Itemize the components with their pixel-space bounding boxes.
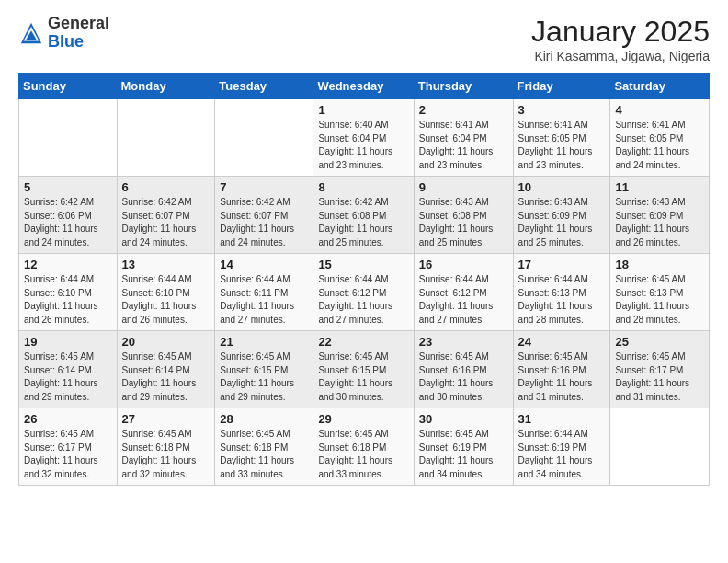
day-info: Sunrise: 6:40 AMSunset: 6:04 PMDaylight:… [318, 119, 408, 172]
day-number: 27 [122, 412, 210, 426]
day-info: Sunrise: 6:42 AMSunset: 6:08 PMDaylight:… [318, 196, 408, 249]
logo: General Blue [18, 15, 109, 52]
calendar-cell: 28Sunrise: 6:45 AMSunset: 6:18 PMDayligh… [215, 408, 313, 486]
day-info: Sunrise: 6:45 AMSunset: 6:19 PMDaylight:… [419, 428, 508, 481]
calendar-cell: 18Sunrise: 6:45 AMSunset: 6:13 PMDayligh… [610, 254, 710, 331]
day-info: Sunrise: 6:45 AMSunset: 6:17 PMDaylight:… [615, 350, 704, 404]
day-info: Sunrise: 6:44 AMSunset: 6:11 PMDaylight:… [220, 273, 308, 327]
day-info: Sunrise: 6:45 AMSunset: 6:17 PMDaylight:… [24, 428, 112, 481]
calendar-cell: 17Sunrise: 6:44 AMSunset: 6:13 PMDayligh… [513, 254, 610, 331]
calendar-cell [117, 99, 215, 177]
month-title: January 2025 [531, 15, 710, 49]
day-number: 30 [419, 412, 508, 426]
calendar-cell: 21Sunrise: 6:45 AMSunset: 6:15 PMDayligh… [215, 331, 313, 408]
day-info: Sunrise: 6:45 AMSunset: 6:16 PMDaylight:… [419, 350, 508, 404]
day-info: Sunrise: 6:45 AMSunset: 6:14 PMDaylight:… [122, 350, 210, 404]
calendar-cell: 27Sunrise: 6:45 AMSunset: 6:18 PMDayligh… [117, 408, 215, 486]
day-number: 14 [220, 258, 308, 271]
calendar-cell: 1Sunrise: 6:40 AMSunset: 6:04 PMDaylight… [313, 99, 414, 177]
day-info: Sunrise: 6:45 AMSunset: 6:13 PMDaylight:… [615, 273, 704, 327]
week-row-1: 1Sunrise: 6:40 AMSunset: 6:04 PMDaylight… [19, 99, 710, 177]
day-number: 19 [24, 335, 112, 349]
day-header-tuesday: Tuesday [215, 74, 313, 99]
day-info: Sunrise: 6:45 AMSunset: 6:15 PMDaylight:… [220, 350, 308, 404]
day-number: 12 [24, 258, 112, 271]
day-number: 7 [220, 180, 308, 194]
day-info: Sunrise: 6:43 AMSunset: 6:08 PMDaylight:… [419, 196, 508, 249]
day-number: 13 [122, 258, 210, 271]
week-row-4: 19Sunrise: 6:45 AMSunset: 6:14 PMDayligh… [19, 331, 710, 408]
day-number: 6 [122, 180, 210, 194]
calendar-cell: 6Sunrise: 6:42 AMSunset: 6:07 PMDaylight… [117, 177, 215, 254]
day-header-wednesday: Wednesday [313, 74, 414, 99]
calendar-cell: 8Sunrise: 6:42 AMSunset: 6:08 PMDaylight… [313, 177, 414, 254]
day-info: Sunrise: 6:45 AMSunset: 6:14 PMDaylight:… [24, 350, 112, 404]
day-number: 18 [615, 258, 704, 271]
calendar-cell: 22Sunrise: 6:45 AMSunset: 6:15 PMDayligh… [313, 331, 414, 408]
day-info: Sunrise: 6:42 AMSunset: 6:07 PMDaylight:… [122, 196, 210, 249]
day-number: 4 [615, 103, 704, 117]
logo-blue: Blue [48, 33, 109, 52]
logo-general: General [48, 15, 109, 33]
calendar-cell: 12Sunrise: 6:44 AMSunset: 6:10 PMDayligh… [19, 254, 118, 331]
calendar-cell [19, 99, 118, 177]
day-number: 21 [220, 335, 308, 349]
calendar-cell: 3Sunrise: 6:41 AMSunset: 6:05 PMDaylight… [513, 99, 610, 177]
week-row-2: 5Sunrise: 6:42 AMSunset: 6:06 PMDaylight… [19, 177, 710, 254]
day-number: 16 [419, 258, 508, 271]
day-header-sunday: Sunday [19, 74, 118, 99]
calendar-cell: 2Sunrise: 6:41 AMSunset: 6:04 PMDaylight… [414, 99, 513, 177]
calendar-cell: 19Sunrise: 6:45 AMSunset: 6:14 PMDayligh… [19, 331, 118, 408]
day-number: 25 [615, 335, 704, 349]
calendar-cell: 13Sunrise: 6:44 AMSunset: 6:10 PMDayligh… [117, 254, 215, 331]
calendar-cell: 10Sunrise: 6:43 AMSunset: 6:09 PMDayligh… [513, 177, 610, 254]
day-header-friday: Friday [513, 74, 610, 99]
day-number: 8 [318, 180, 408, 194]
day-number: 9 [419, 180, 508, 194]
day-info: Sunrise: 6:44 AMSunset: 6:13 PMDaylight:… [518, 273, 606, 327]
calendar-cell [215, 99, 313, 177]
week-row-3: 12Sunrise: 6:44 AMSunset: 6:10 PMDayligh… [19, 254, 710, 331]
day-info: Sunrise: 6:45 AMSunset: 6:18 PMDaylight:… [318, 428, 408, 481]
day-info: Sunrise: 6:42 AMSunset: 6:06 PMDaylight:… [24, 196, 112, 249]
calendar-cell: 25Sunrise: 6:45 AMSunset: 6:17 PMDayligh… [610, 331, 710, 408]
calendar-cell: 5Sunrise: 6:42 AMSunset: 6:06 PMDaylight… [19, 177, 118, 254]
day-info: Sunrise: 6:45 AMSunset: 6:15 PMDaylight:… [318, 350, 408, 404]
calendar-cell: 26Sunrise: 6:45 AMSunset: 6:17 PMDayligh… [19, 408, 118, 486]
day-number: 28 [220, 412, 308, 426]
day-info: Sunrise: 6:44 AMSunset: 6:10 PMDaylight:… [24, 273, 112, 327]
calendar-cell: 16Sunrise: 6:44 AMSunset: 6:12 PMDayligh… [414, 254, 513, 331]
day-number: 26 [24, 412, 112, 426]
day-info: Sunrise: 6:44 AMSunset: 6:12 PMDaylight:… [318, 273, 408, 327]
day-info: Sunrise: 6:43 AMSunset: 6:09 PMDaylight:… [615, 196, 704, 249]
day-number: 10 [518, 180, 606, 194]
day-number: 15 [318, 258, 408, 271]
calendar-cell: 23Sunrise: 6:45 AMSunset: 6:16 PMDayligh… [414, 331, 513, 408]
title-block: January 2025 Kiri Kasamma, Jigawa, Niger… [531, 15, 710, 63]
calendar-table: SundayMondayTuesdayWednesdayThursdayFrid… [18, 73, 710, 486]
logo-icon [18, 20, 44, 46]
day-number: 22 [318, 335, 408, 349]
day-number: 29 [318, 412, 408, 426]
location: Kiri Kasamma, Jigawa, Nigeria [531, 49, 710, 63]
day-header-monday: Monday [117, 74, 215, 99]
day-info: Sunrise: 6:45 AMSunset: 6:18 PMDaylight:… [220, 428, 308, 481]
calendar-cell: 15Sunrise: 6:44 AMSunset: 6:12 PMDayligh… [313, 254, 414, 331]
logo-text: General Blue [48, 15, 109, 52]
day-number: 2 [419, 103, 508, 117]
day-info: Sunrise: 6:44 AMSunset: 6:12 PMDaylight:… [419, 273, 508, 327]
day-number: 5 [24, 180, 112, 194]
day-number: 23 [419, 335, 508, 349]
day-info: Sunrise: 6:44 AMSunset: 6:10 PMDaylight:… [122, 273, 210, 327]
calendar-cell: 14Sunrise: 6:44 AMSunset: 6:11 PMDayligh… [215, 254, 313, 331]
header: General Blue January 2025 Kiri Kasamma, … [18, 15, 710, 63]
day-number: 17 [518, 258, 606, 271]
day-header-thursday: Thursday [414, 74, 513, 99]
calendar-cell: 30Sunrise: 6:45 AMSunset: 6:19 PMDayligh… [414, 408, 513, 486]
day-info: Sunrise: 6:42 AMSunset: 6:07 PMDaylight:… [220, 196, 308, 249]
header-row: SundayMondayTuesdayWednesdayThursdayFrid… [19, 74, 710, 99]
day-number: 11 [615, 180, 704, 194]
day-number: 20 [122, 335, 210, 349]
day-info: Sunrise: 6:44 AMSunset: 6:19 PMDaylight:… [518, 428, 606, 481]
calendar-cell: 7Sunrise: 6:42 AMSunset: 6:07 PMDaylight… [215, 177, 313, 254]
